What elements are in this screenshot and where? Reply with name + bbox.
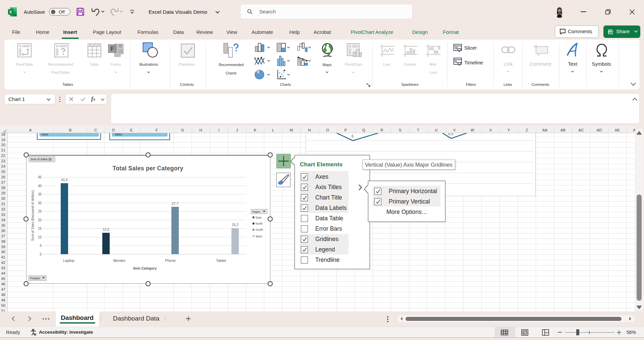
svg-text:6,5: 6,5 bbox=[448, 133, 453, 136]
svg-text:X: X bbox=[9, 10, 12, 14]
svg-text:F: F bbox=[110, 45, 114, 52]
svg-text:6: 6 bbox=[352, 134, 354, 138]
